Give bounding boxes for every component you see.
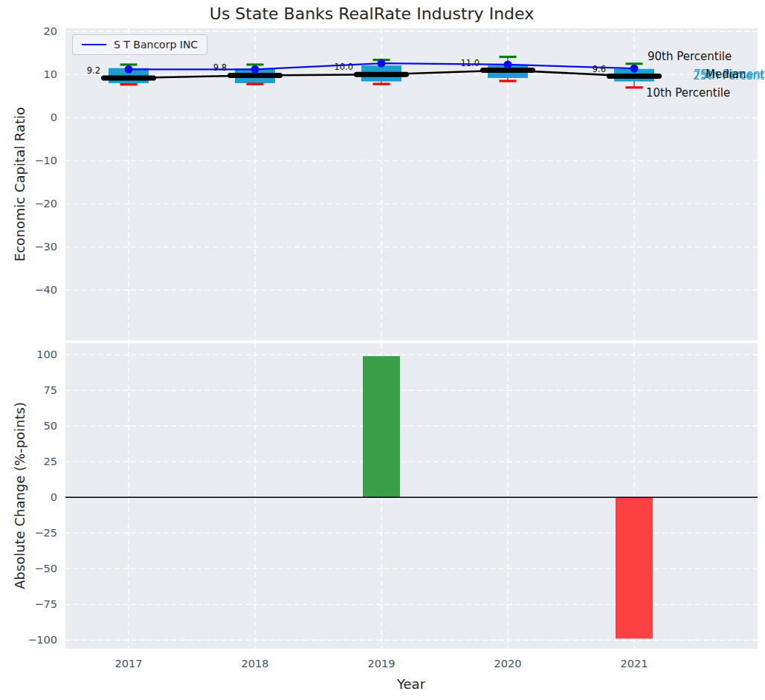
median-value-label: 9.6	[593, 64, 606, 74]
bottom-y-tick-label: −75	[34, 598, 57, 610]
top-y-tick-label: −10	[34, 155, 57, 166]
figure: 9.29.810.011.09.620100−10−20−30−40100755…	[0, 0, 765, 700]
bottom-y-tick-label: −25	[34, 527, 57, 539]
change-bar-negative	[616, 497, 653, 638]
change-bar-positive	[363, 356, 400, 497]
x-axis-label: Year	[397, 676, 425, 692]
top-y-tick-label: −40	[34, 284, 57, 296]
chart-canvas: 9.29.810.011.09.620100−10−20−30−40100755…	[0, 0, 765, 700]
x-tick-label: 2017	[115, 658, 143, 670]
bottom-plot-background	[65, 343, 758, 649]
median-value-label: 10.0	[334, 62, 353, 72]
company-dot	[504, 60, 512, 68]
bottom-y-tick-label: 50	[44, 420, 57, 432]
x-tick-label: 2021	[621, 658, 648, 670]
company-dot	[378, 59, 386, 68]
median-value-label: 11.0	[460, 58, 480, 68]
bottom-y-tick-label: 100	[36, 349, 57, 360]
median-value-label: 9.8	[213, 62, 227, 73]
bottom-y-tick-label: 0	[51, 491, 57, 503]
legend: S T Bancorp INC	[72, 34, 207, 55]
bottom-y-axis-label: Absolute Change (%-points)	[12, 402, 28, 589]
bottom-y-tick-label: −100	[28, 634, 57, 646]
bottom-y-tick-label: 25	[44, 456, 57, 467]
bottom-y-tick-label: −50	[34, 563, 57, 574]
company-dot	[251, 65, 259, 74]
top-y-tick-label: −20	[34, 198, 57, 210]
chart-title: Us State Banks RealRate Industry Index	[210, 4, 534, 23]
annotation-10th-percentile: 10th Percentile	[646, 86, 730, 100]
top-y-tick-label: 10	[44, 68, 57, 80]
legend-line-sample	[82, 44, 106, 45]
x-tick-label: 2018	[242, 658, 269, 670]
x-tick-label: 2019	[368, 658, 396, 670]
annotation-90th-percentile: 90th Percentile	[648, 50, 732, 63]
company-dot	[630, 65, 639, 73]
x-tick-label: 2020	[494, 658, 522, 670]
median-value-label: 9.2	[87, 65, 100, 76]
company-dot	[125, 65, 133, 74]
top-y-tick-label: 20	[44, 25, 57, 37]
bottom-y-tick-label: 75	[44, 384, 57, 396]
annotation-median: Median	[706, 68, 746, 81]
top-y-tick-label: 0	[51, 111, 57, 123]
top-y-tick-label: −30	[34, 241, 57, 253]
top-y-axis-label: Economic Capital Ratio	[12, 107, 28, 262]
legend-label: S T Bancorp INC	[114, 39, 198, 51]
